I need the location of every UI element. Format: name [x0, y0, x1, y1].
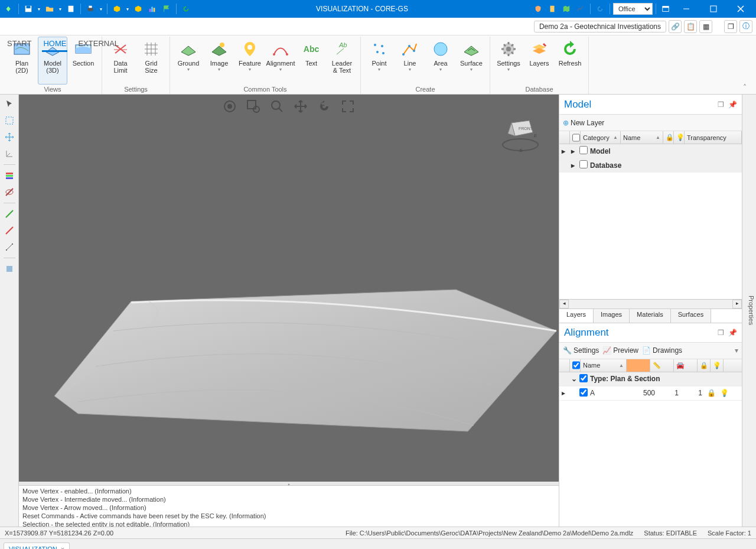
open-button[interactable] — [43, 2, 56, 15]
panel-float-icon[interactable]: ❐ — [716, 100, 725, 109]
minimize-button[interactable] — [673, 0, 699, 18]
hdr-clipboard-icon[interactable] — [546, 2, 559, 15]
grid-size-button[interactable]: Grid Size — [136, 37, 166, 85]
layers-tool[interactable] — [2, 168, 17, 183]
image-button[interactable]: Image▾ — [204, 37, 234, 85]
zoom-window-icon[interactable] — [245, 98, 262, 115]
tab-surfaces[interactable]: Surfaces — [671, 309, 711, 323]
help-icon[interactable]: ⓘ — [739, 20, 752, 33]
hdr-shield-icon[interactable] — [532, 2, 545, 15]
ruler-h-icon[interactable] — [627, 359, 650, 372]
ribbon-collapse-icon[interactable]: ˄ — [743, 37, 752, 94]
db-settings-button[interactable]: Settings▾ — [494, 37, 523, 85]
area-button[interactable]: Area▾ — [426, 37, 455, 85]
box2-icon[interactable] — [132, 2, 145, 15]
ruler-v-icon[interactable]: 📏 — [650, 359, 674, 372]
align-menu-icon[interactable]: ▾ — [735, 346, 738, 355]
line-button[interactable]: Line▾ — [395, 37, 425, 85]
panel-float-icon[interactable]: ❐ — [716, 328, 725, 337]
car-icon[interactable]: 🚘 — [674, 359, 698, 372]
refresh-icon[interactable] — [180, 2, 193, 15]
lock-col-icon[interactable]: 🔒 — [698, 359, 711, 372]
lock-col-icon[interactable]: 🔒 — [663, 131, 674, 144]
panel-pin-icon[interactable]: 📌 — [728, 100, 737, 109]
window-icon[interactable]: ❐ — [724, 20, 737, 33]
tab-layers[interactable]: Layers — [559, 309, 594, 323]
square-tool[interactable] — [2, 262, 17, 276]
model-row-model[interactable]: ▸▸ Model — [559, 144, 742, 158]
svg-rect-12 — [711, 6, 716, 12]
db-layers-button[interactable]: Layers — [524, 37, 554, 85]
align-data-row[interactable]: ▸ A 500 1 1 🔒 💡 — [559, 386, 742, 401]
log-panel[interactable]: Move Vertex - enabled... (Information) M… — [19, 485, 559, 527]
tab-home[interactable]: HOME — [42, 37, 67, 52]
link-icon[interactable]: 🔗 — [669, 20, 682, 33]
cursor-tool[interactable] — [2, 97, 17, 111]
point-button[interactable]: Point▾ — [364, 37, 394, 85]
close-button[interactable] — [728, 0, 754, 18]
line-dim-tool[interactable] — [2, 240, 17, 254]
text-button[interactable]: AbcText — [296, 37, 326, 85]
new-button[interactable] — [64, 2, 77, 15]
align-settings-button[interactable]: 🔧Settings — [563, 346, 599, 355]
viewport-3d[interactable]: FRONT E S — [19, 95, 559, 482]
db-refresh-button[interactable]: Refresh — [555, 37, 585, 85]
hdr-map-icon[interactable] — [560, 2, 573, 15]
new-layer-button[interactable]: ⊕New Layer — [563, 119, 604, 127]
bulb-col-icon[interactable]: 💡 — [674, 131, 685, 144]
model-row-database[interactable]: ▸ Database — [559, 158, 742, 173]
box-dropdown[interactable]: ▾ — [125, 2, 131, 15]
print-dropdown[interactable]: ▾ — [98, 2, 104, 15]
app-menu-button[interactable] — [2, 2, 15, 15]
tab-images[interactable]: Images — [594, 309, 630, 323]
log-line: Move Vertex - Arrow moved... (Informatio… — [22, 503, 555, 512]
ground-button[interactable]: Ground▾ — [174, 37, 203, 85]
feature-button[interactable]: Feature▾ — [235, 37, 265, 85]
bulb-col-icon[interactable]: 💡 — [711, 359, 724, 372]
panel-pin-icon[interactable]: 📌 — [728, 328, 737, 337]
title-bar: ▾ ▾ ▾ ▾ VISUALIZATION - CORE-GS Office — [0, 0, 756, 18]
save-dropdown[interactable]: ▾ — [36, 2, 42, 15]
document-tabs: VISUALIZATION× — [0, 538, 756, 549]
pan-icon[interactable] — [292, 98, 309, 115]
layout-icon[interactable] — [659, 2, 672, 15]
copy-icon[interactable]: 📋 — [684, 20, 697, 33]
hdr-graph-icon[interactable] — [574, 2, 587, 15]
maximize-button[interactable] — [700, 0, 726, 18]
align-drawings-button[interactable]: 📄Drawings — [642, 346, 682, 355]
line-red-tool[interactable] — [2, 223, 17, 238]
line-green-tool[interactable] — [2, 207, 17, 221]
save-button[interactable] — [22, 2, 35, 15]
tab-materials[interactable]: Materials — [630, 309, 671, 323]
tab-start[interactable]: START — [6, 37, 32, 52]
fit-icon[interactable] — [340, 98, 356, 115]
print-button[interactable] — [84, 2, 97, 15]
axis-tool[interactable] — [2, 147, 17, 161]
align-group-row[interactable]: ⌄ Type: Plan & Section — [559, 372, 742, 386]
zoom-icon[interactable] — [269, 98, 285, 115]
flag-icon[interactable] — [160, 2, 173, 15]
orbit-icon[interactable] — [221, 98, 238, 115]
align-preview-button[interactable]: 📈Preview — [602, 346, 638, 355]
close-tab-icon[interactable]: × — [61, 545, 64, 549]
open-dropdown[interactable]: ▾ — [57, 2, 63, 15]
chart-icon[interactable] — [146, 2, 159, 15]
select-rect-tool[interactable] — [2, 113, 17, 128]
theme-select[interactable]: Office — [613, 3, 653, 15]
hdr-refresh-icon[interactable] — [594, 2, 607, 15]
view-cube[interactable]: FRONT E S — [500, 112, 541, 154]
undo-view-icon[interactable] — [316, 98, 333, 115]
alignment-button[interactable]: Alignment▾ — [266, 37, 295, 85]
grid-icon[interactable]: ▦ — [699, 20, 712, 33]
tab-external[interactable]: EXTERNAL — [77, 37, 120, 52]
model-hscroll[interactable]: ◂▸ — [559, 299, 742, 308]
surface-button[interactable]: Surface▾ — [457, 37, 486, 85]
move-tool[interactable] — [2, 130, 17, 144]
box-yellow-icon[interactable] — [110, 2, 123, 15]
visibility-tool[interactable] — [2, 185, 17, 199]
project-name[interactable]: Demo 2a - Geotechnical Investigations — [534, 21, 666, 33]
leader-text-button[interactable]: AbLeader & Text — [327, 37, 357, 85]
properties-tab[interactable]: Properties — [742, 95, 756, 527]
header-checkbox[interactable] — [572, 134, 580, 142]
doc-tab-visualization[interactable]: VISUALIZATION× — [4, 542, 70, 549]
